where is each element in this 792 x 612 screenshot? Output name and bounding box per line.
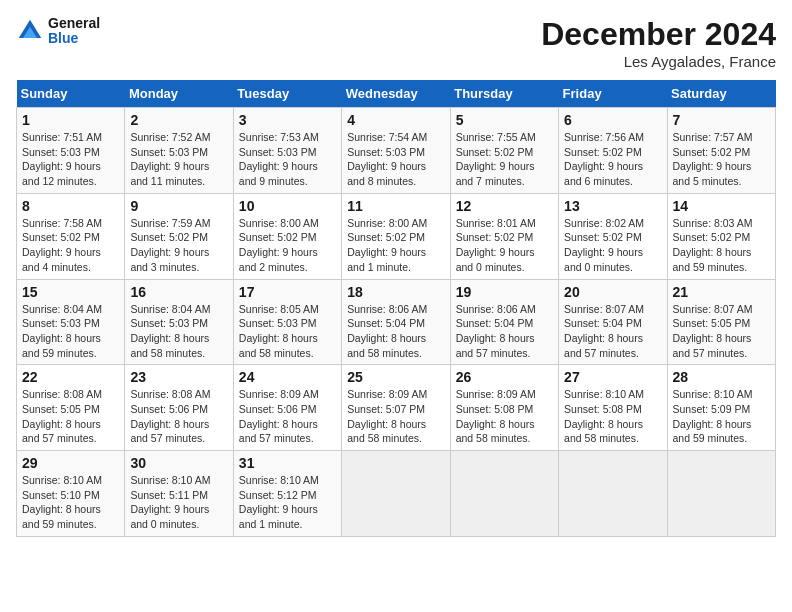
calendar-cell: 22Sunrise: 8:08 AM Sunset: 5:05 PM Dayli…: [17, 365, 125, 451]
weekday-header: Friday: [559, 80, 667, 108]
logo: General Blue: [16, 16, 100, 47]
calendar-cell: 16Sunrise: 8:04 AM Sunset: 5:03 PM Dayli…: [125, 279, 233, 365]
day-info: Sunrise: 8:06 AM Sunset: 5:04 PM Dayligh…: [347, 302, 444, 361]
day-number: 21: [673, 284, 770, 300]
calendar-week-row: 8Sunrise: 7:58 AM Sunset: 5:02 PM Daylig…: [17, 193, 776, 279]
calendar-cell: 17Sunrise: 8:05 AM Sunset: 5:03 PM Dayli…: [233, 279, 341, 365]
calendar-cell: 19Sunrise: 8:06 AM Sunset: 5:04 PM Dayli…: [450, 279, 558, 365]
day-info: Sunrise: 8:06 AM Sunset: 5:04 PM Dayligh…: [456, 302, 553, 361]
calendar-cell: 24Sunrise: 8:09 AM Sunset: 5:06 PM Dayli…: [233, 365, 341, 451]
day-info: Sunrise: 8:07 AM Sunset: 5:05 PM Dayligh…: [673, 302, 770, 361]
calendar-cell: 10Sunrise: 8:00 AM Sunset: 5:02 PM Dayli…: [233, 193, 341, 279]
calendar-week-row: 29Sunrise: 8:10 AM Sunset: 5:10 PM Dayli…: [17, 451, 776, 537]
day-number: 18: [347, 284, 444, 300]
day-info: Sunrise: 7:59 AM Sunset: 5:02 PM Dayligh…: [130, 216, 227, 275]
day-number: 17: [239, 284, 336, 300]
day-number: 2: [130, 112, 227, 128]
calendar-cell: 14Sunrise: 8:03 AM Sunset: 5:02 PM Dayli…: [667, 193, 775, 279]
day-info: Sunrise: 8:04 AM Sunset: 5:03 PM Dayligh…: [22, 302, 119, 361]
weekday-header: Thursday: [450, 80, 558, 108]
day-info: Sunrise: 8:09 AM Sunset: 5:07 PM Dayligh…: [347, 387, 444, 446]
calendar-cell: 20Sunrise: 8:07 AM Sunset: 5:04 PM Dayli…: [559, 279, 667, 365]
calendar-cell: 9Sunrise: 7:59 AM Sunset: 5:02 PM Daylig…: [125, 193, 233, 279]
calendar-week-row: 15Sunrise: 8:04 AM Sunset: 5:03 PM Dayli…: [17, 279, 776, 365]
day-info: Sunrise: 8:08 AM Sunset: 5:05 PM Dayligh…: [22, 387, 119, 446]
calendar-cell: 23Sunrise: 8:08 AM Sunset: 5:06 PM Dayli…: [125, 365, 233, 451]
day-number: 31: [239, 455, 336, 471]
day-number: 7: [673, 112, 770, 128]
day-number: 15: [22, 284, 119, 300]
calendar-cell: 8Sunrise: 7:58 AM Sunset: 5:02 PM Daylig…: [17, 193, 125, 279]
day-number: 25: [347, 369, 444, 385]
day-number: 1: [22, 112, 119, 128]
day-info: Sunrise: 8:05 AM Sunset: 5:03 PM Dayligh…: [239, 302, 336, 361]
day-number: 9: [130, 198, 227, 214]
day-info: Sunrise: 7:52 AM Sunset: 5:03 PM Dayligh…: [130, 130, 227, 189]
calendar-cell: 25Sunrise: 8:09 AM Sunset: 5:07 PM Dayli…: [342, 365, 450, 451]
day-number: 23: [130, 369, 227, 385]
day-info: Sunrise: 8:04 AM Sunset: 5:03 PM Dayligh…: [130, 302, 227, 361]
calendar-cell: 2Sunrise: 7:52 AM Sunset: 5:03 PM Daylig…: [125, 108, 233, 194]
calendar-cell: 1Sunrise: 7:51 AM Sunset: 5:03 PM Daylig…: [17, 108, 125, 194]
calendar-cell: 13Sunrise: 8:02 AM Sunset: 5:02 PM Dayli…: [559, 193, 667, 279]
logo-blue: Blue: [48, 31, 100, 46]
day-number: 27: [564, 369, 661, 385]
calendar-cell: 15Sunrise: 8:04 AM Sunset: 5:03 PM Dayli…: [17, 279, 125, 365]
day-number: 11: [347, 198, 444, 214]
calendar-cell: 31Sunrise: 8:10 AM Sunset: 5:12 PM Dayli…: [233, 451, 341, 537]
day-info: Sunrise: 8:09 AM Sunset: 5:08 PM Dayligh…: [456, 387, 553, 446]
day-number: 13: [564, 198, 661, 214]
weekday-header: Tuesday: [233, 80, 341, 108]
logo-general: General: [48, 16, 100, 31]
calendar-cell: 3Sunrise: 7:53 AM Sunset: 5:03 PM Daylig…: [233, 108, 341, 194]
calendar-cell: [667, 451, 775, 537]
day-number: 5: [456, 112, 553, 128]
day-number: 8: [22, 198, 119, 214]
day-number: 29: [22, 455, 119, 471]
day-info: Sunrise: 8:10 AM Sunset: 5:12 PM Dayligh…: [239, 473, 336, 532]
day-number: 30: [130, 455, 227, 471]
day-info: Sunrise: 8:02 AM Sunset: 5:02 PM Dayligh…: [564, 216, 661, 275]
day-info: Sunrise: 7:56 AM Sunset: 5:02 PM Dayligh…: [564, 130, 661, 189]
calendar-cell: 11Sunrise: 8:00 AM Sunset: 5:02 PM Dayli…: [342, 193, 450, 279]
weekday-header: Sunday: [17, 80, 125, 108]
day-info: Sunrise: 8:10 AM Sunset: 5:10 PM Dayligh…: [22, 473, 119, 532]
day-number: 19: [456, 284, 553, 300]
calendar-cell: 28Sunrise: 8:10 AM Sunset: 5:09 PM Dayli…: [667, 365, 775, 451]
month-title: December 2024: [541, 16, 776, 53]
weekday-header: Wednesday: [342, 80, 450, 108]
day-number: 3: [239, 112, 336, 128]
day-info: Sunrise: 8:00 AM Sunset: 5:02 PM Dayligh…: [239, 216, 336, 275]
day-info: Sunrise: 7:53 AM Sunset: 5:03 PM Dayligh…: [239, 130, 336, 189]
location: Les Aygalades, France: [541, 53, 776, 70]
day-info: Sunrise: 7:58 AM Sunset: 5:02 PM Dayligh…: [22, 216, 119, 275]
day-number: 6: [564, 112, 661, 128]
calendar-cell: 30Sunrise: 8:10 AM Sunset: 5:11 PM Dayli…: [125, 451, 233, 537]
day-info: Sunrise: 7:51 AM Sunset: 5:03 PM Dayligh…: [22, 130, 119, 189]
day-info: Sunrise: 7:55 AM Sunset: 5:02 PM Dayligh…: [456, 130, 553, 189]
day-number: 24: [239, 369, 336, 385]
calendar-cell: 26Sunrise: 8:09 AM Sunset: 5:08 PM Dayli…: [450, 365, 558, 451]
calendar-week-row: 1Sunrise: 7:51 AM Sunset: 5:03 PM Daylig…: [17, 108, 776, 194]
day-number: 12: [456, 198, 553, 214]
day-info: Sunrise: 8:09 AM Sunset: 5:06 PM Dayligh…: [239, 387, 336, 446]
day-info: Sunrise: 8:07 AM Sunset: 5:04 PM Dayligh…: [564, 302, 661, 361]
day-info: Sunrise: 8:00 AM Sunset: 5:02 PM Dayligh…: [347, 216, 444, 275]
day-info: Sunrise: 8:10 AM Sunset: 5:11 PM Dayligh…: [130, 473, 227, 532]
day-info: Sunrise: 8:03 AM Sunset: 5:02 PM Dayligh…: [673, 216, 770, 275]
calendar-cell: 12Sunrise: 8:01 AM Sunset: 5:02 PM Dayli…: [450, 193, 558, 279]
day-number: 4: [347, 112, 444, 128]
day-number: 16: [130, 284, 227, 300]
calendar-cell: 6Sunrise: 7:56 AM Sunset: 5:02 PM Daylig…: [559, 108, 667, 194]
calendar-cell: 7Sunrise: 7:57 AM Sunset: 5:02 PM Daylig…: [667, 108, 775, 194]
day-info: Sunrise: 8:08 AM Sunset: 5:06 PM Dayligh…: [130, 387, 227, 446]
logo-icon: [16, 17, 44, 45]
calendar-cell: [559, 451, 667, 537]
logo-text: General Blue: [48, 16, 100, 47]
day-info: Sunrise: 7:54 AM Sunset: 5:03 PM Dayligh…: [347, 130, 444, 189]
day-info: Sunrise: 8:10 AM Sunset: 5:09 PM Dayligh…: [673, 387, 770, 446]
title-block: December 2024 Les Aygalades, France: [541, 16, 776, 70]
day-number: 10: [239, 198, 336, 214]
calendar-cell: 18Sunrise: 8:06 AM Sunset: 5:04 PM Dayli…: [342, 279, 450, 365]
calendar-table: SundayMondayTuesdayWednesdayThursdayFrid…: [16, 80, 776, 537]
